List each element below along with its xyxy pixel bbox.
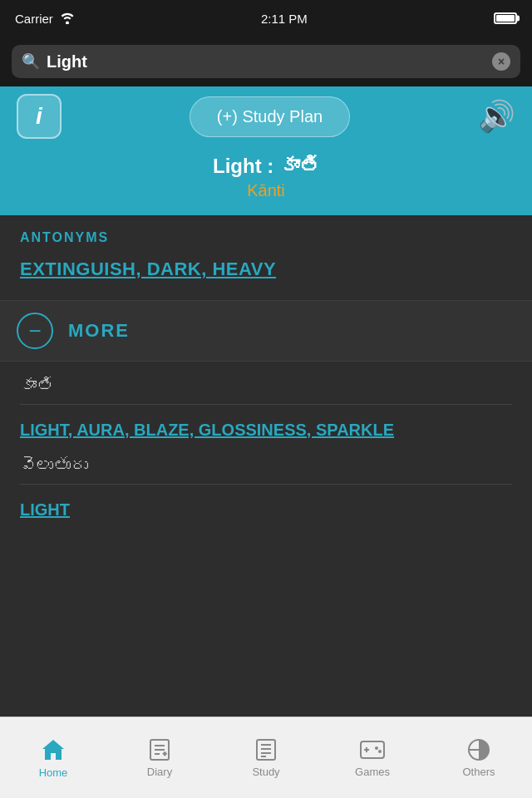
tab-home[interactable]: Home (0, 717, 106, 798)
word-title: Light : కాంతి (0, 155, 532, 178)
def-english-2[interactable]: LIGHT (20, 496, 512, 523)
study-plan-button[interactable]: (+) Study Plan (190, 96, 350, 137)
others-icon (466, 737, 491, 762)
minus-button[interactable]: − (17, 313, 53, 349)
tab-diary-label: Diary (147, 766, 172, 778)
more-row: − MORE (0, 300, 532, 362)
battery-indicator (494, 12, 517, 24)
definitions-section: కాంతి LIGHT, AURA, BLAZE, GLOSSINESS, SP… (0, 362, 532, 523)
antonyms-label: ANTONYMS (20, 230, 512, 245)
info-button[interactable]: i (17, 94, 62, 139)
svg-point-13 (378, 750, 382, 753)
wifi-icon (60, 12, 75, 24)
def-telugu-2: వెలుతురు (20, 456, 512, 475)
more-label[interactable]: MORE (68, 320, 130, 342)
tab-bar: Home Diary Study Games (0, 717, 532, 798)
tab-others[interactable]: Others (426, 717, 532, 798)
tab-study-label: Study (252, 766, 279, 778)
def-divider-1 (20, 404, 512, 405)
word-english: Light (213, 155, 262, 177)
word-native: కాంతి (279, 155, 319, 177)
search-input-wrapper[interactable]: 🔍 Light × (12, 45, 520, 78)
tab-diary[interactable]: Diary (106, 717, 213, 798)
antonyms-words[interactable]: EXTINGUISH, DARK, HEAVY (20, 259, 512, 280)
def-english-1[interactable]: LIGHT, AURA, BLAZE, GLOSSINESS, SPARKLE (20, 416, 512, 443)
status-bar: Carrier 2:11 PM (0, 0, 532, 37)
word-transliteration: Kānti (0, 181, 532, 200)
tab-games-label: Games (355, 766, 390, 778)
antonyms-section: ANTONYMS EXTINGUISH, DARK, HEAVY (0, 215, 532, 300)
word-separator: : (267, 155, 279, 177)
time-label: 2:11 PM (261, 12, 308, 26)
tab-study[interactable]: Study (213, 717, 319, 798)
tab-games[interactable]: Games (319, 717, 426, 798)
def-telugu-1: కాంతి (20, 377, 512, 396)
home-icon (40, 736, 66, 763)
action-row: i (+) Study Plan 🔊 (0, 86, 532, 146)
word-header: Light : కాంతి Kānti (0, 146, 532, 215)
clear-button[interactable]: × (492, 52, 510, 71)
svg-point-12 (375, 746, 378, 750)
carrier-label: Carrier (15, 12, 53, 26)
study-icon (254, 737, 278, 762)
def-divider-2 (20, 484, 512, 485)
games-icon (359, 737, 386, 762)
search-input[interactable]: Light (47, 52, 492, 71)
sound-button[interactable]: 🔊 (478, 99, 515, 134)
tab-others-label: Others (462, 766, 495, 778)
search-bar: 🔍 Light × (0, 37, 532, 86)
diary-icon (147, 737, 172, 762)
search-icon: 🔍 (22, 52, 40, 71)
tab-home-label: Home (39, 766, 68, 779)
